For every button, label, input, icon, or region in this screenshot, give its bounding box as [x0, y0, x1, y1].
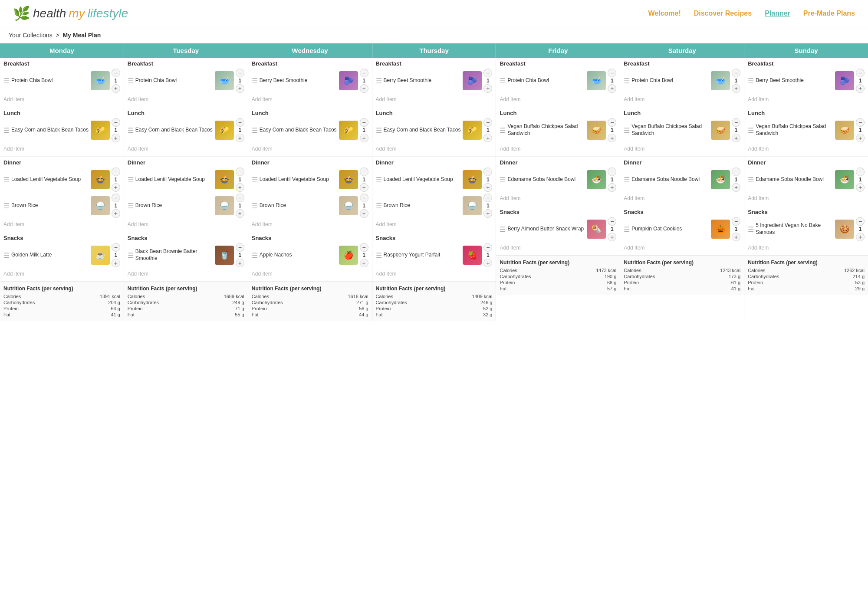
- drag-handle-icon[interactable]: ☰: [376, 176, 382, 184]
- drag-handle-icon[interactable]: ☰: [748, 77, 754, 85]
- decrease-quantity-button[interactable]: −: [608, 118, 616, 127]
- add-snacks-item-button[interactable]: Add Item: [500, 243, 616, 253]
- decrease-quantity-button[interactable]: −: [360, 243, 368, 252]
- increase-quantity-button[interactable]: +: [732, 134, 740, 142]
- decrease-quantity-button[interactable]: −: [483, 243, 492, 252]
- drag-handle-icon[interactable]: ☰: [376, 77, 382, 85]
- add-dinner-item-button[interactable]: Add Item: [128, 220, 244, 229]
- add-lunch-item-button[interactable]: Add Item: [3, 144, 120, 154]
- add-lunch-item-button[interactable]: Add Item: [252, 144, 368, 154]
- add-snacks-item-button[interactable]: Add Item: [252, 269, 368, 279]
- drag-handle-icon[interactable]: ☰: [624, 176, 630, 184]
- decrease-quantity-button[interactable]: −: [732, 168, 740, 176]
- drag-handle-icon[interactable]: ☰: [3, 251, 10, 260]
- decrease-quantity-button[interactable]: −: [360, 168, 368, 176]
- decrease-quantity-button[interactable]: −: [236, 168, 244, 176]
- increase-quantity-button[interactable]: +: [360, 183, 368, 192]
- drag-handle-icon[interactable]: ☰: [128, 202, 134, 210]
- decrease-quantity-button[interactable]: −: [732, 118, 740, 127]
- increase-quantity-button[interactable]: +: [732, 183, 740, 192]
- drag-handle-icon[interactable]: ☰: [748, 126, 754, 135]
- increase-quantity-button[interactable]: +: [360, 134, 368, 142]
- add-snacks-item-button[interactable]: Add Item: [748, 243, 865, 253]
- increase-quantity-button[interactable]: +: [856, 134, 865, 142]
- drag-handle-icon[interactable]: ☰: [500, 225, 506, 233]
- increase-quantity-button[interactable]: +: [360, 84, 368, 93]
- add-lunch-item-button[interactable]: Add Item: [748, 144, 865, 154]
- drag-handle-icon[interactable]: ☰: [3, 126, 10, 135]
- drag-handle-icon[interactable]: ☰: [128, 126, 134, 135]
- add-breakfast-item-button[interactable]: Add Item: [252, 95, 368, 104]
- increase-quantity-button[interactable]: +: [483, 84, 492, 93]
- add-dinner-item-button[interactable]: Add Item: [376, 220, 493, 229]
- decrease-quantity-button[interactable]: −: [236, 243, 244, 252]
- increase-quantity-button[interactable]: +: [483, 209, 492, 218]
- breadcrumb-collections-link[interactable]: Your Collections: [9, 32, 53, 39]
- add-breakfast-item-button[interactable]: Add Item: [376, 95, 493, 104]
- increase-quantity-button[interactable]: +: [112, 84, 120, 93]
- add-breakfast-item-button[interactable]: Add Item: [624, 95, 740, 104]
- decrease-quantity-button[interactable]: −: [608, 69, 616, 77]
- decrease-quantity-button[interactable]: −: [112, 168, 120, 176]
- decrease-quantity-button[interactable]: −: [112, 69, 120, 77]
- drag-handle-icon[interactable]: ☰: [252, 77, 258, 85]
- increase-quantity-button[interactable]: +: [236, 84, 244, 93]
- increase-quantity-button[interactable]: +: [856, 84, 865, 93]
- drag-handle-icon[interactable]: ☰: [3, 176, 10, 184]
- increase-quantity-button[interactable]: +: [236, 209, 244, 218]
- add-snacks-item-button[interactable]: Add Item: [624, 243, 740, 253]
- drag-handle-icon[interactable]: ☰: [748, 225, 754, 233]
- drag-handle-icon[interactable]: ☰: [748, 176, 754, 184]
- increase-quantity-button[interactable]: +: [236, 259, 244, 267]
- increase-quantity-button[interactable]: +: [856, 183, 865, 192]
- decrease-quantity-button[interactable]: −: [483, 69, 492, 77]
- drag-handle-icon[interactable]: ☰: [3, 77, 10, 85]
- decrease-quantity-button[interactable]: −: [483, 118, 492, 127]
- nav-planner[interactable]: Planner: [765, 10, 790, 17]
- add-lunch-item-button[interactable]: Add Item: [500, 144, 616, 154]
- decrease-quantity-button[interactable]: −: [236, 118, 244, 127]
- add-breakfast-item-button[interactable]: Add Item: [3, 95, 120, 104]
- decrease-quantity-button[interactable]: −: [236, 69, 244, 77]
- increase-quantity-button[interactable]: +: [608, 134, 616, 142]
- decrease-quantity-button[interactable]: −: [608, 168, 616, 176]
- decrease-quantity-button[interactable]: −: [483, 194, 492, 202]
- drag-handle-icon[interactable]: ☰: [252, 126, 258, 135]
- decrease-quantity-button[interactable]: −: [236, 194, 244, 202]
- increase-quantity-button[interactable]: +: [112, 209, 120, 218]
- increase-quantity-button[interactable]: +: [236, 134, 244, 142]
- drag-handle-icon[interactable]: ☰: [500, 126, 506, 135]
- decrease-quantity-button[interactable]: −: [856, 168, 865, 176]
- decrease-quantity-button[interactable]: −: [608, 217, 616, 226]
- decrease-quantity-button[interactable]: −: [112, 194, 120, 202]
- add-dinner-item-button[interactable]: Add Item: [3, 220, 120, 229]
- nav-discover[interactable]: Discover Recipes: [694, 10, 752, 17]
- drag-handle-icon[interactable]: ☰: [376, 126, 382, 135]
- drag-handle-icon[interactable]: ☰: [500, 77, 506, 85]
- drag-handle-icon[interactable]: ☰: [624, 126, 630, 135]
- increase-quantity-button[interactable]: +: [483, 134, 492, 142]
- add-breakfast-item-button[interactable]: Add Item: [748, 95, 865, 104]
- increase-quantity-button[interactable]: +: [236, 183, 244, 192]
- drag-handle-icon[interactable]: ☰: [128, 77, 134, 85]
- drag-handle-icon[interactable]: ☰: [128, 176, 134, 184]
- increase-quantity-button[interactable]: +: [360, 259, 368, 267]
- increase-quantity-button[interactable]: +: [856, 233, 865, 241]
- decrease-quantity-button[interactable]: −: [732, 69, 740, 77]
- increase-quantity-button[interactable]: +: [360, 209, 368, 218]
- decrease-quantity-button[interactable]: −: [856, 118, 865, 127]
- add-dinner-item-button[interactable]: Add Item: [624, 194, 740, 203]
- increase-quantity-button[interactable]: +: [112, 134, 120, 142]
- drag-handle-icon[interactable]: ☰: [128, 251, 134, 260]
- add-lunch-item-button[interactable]: Add Item: [376, 144, 493, 154]
- add-dinner-item-button[interactable]: Add Item: [500, 194, 616, 203]
- drag-handle-icon[interactable]: ☰: [376, 202, 382, 210]
- add-breakfast-item-button[interactable]: Add Item: [500, 95, 616, 104]
- nav-premade[interactable]: Pre-Made Plans: [803, 10, 855, 17]
- add-breakfast-item-button[interactable]: Add Item: [128, 95, 244, 104]
- nav-welcome[interactable]: Welcome!: [648, 10, 681, 17]
- add-snacks-item-button[interactable]: Add Item: [128, 269, 244, 279]
- add-lunch-item-button[interactable]: Add Item: [624, 144, 740, 154]
- increase-quantity-button[interactable]: +: [608, 84, 616, 93]
- add-lunch-item-button[interactable]: Add Item: [128, 144, 244, 154]
